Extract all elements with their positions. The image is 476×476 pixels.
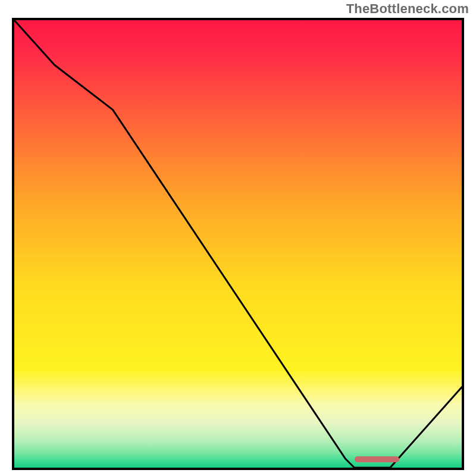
optimal-range-marker: [355, 456, 399, 462]
plot-frame: [12, 18, 464, 470]
bottleneck-curve: [14, 20, 462, 468]
plot-area: [14, 20, 462, 468]
plot-curve-layer: [14, 20, 462, 468]
watermark-text: TheBottleneck.com: [346, 1, 469, 17]
